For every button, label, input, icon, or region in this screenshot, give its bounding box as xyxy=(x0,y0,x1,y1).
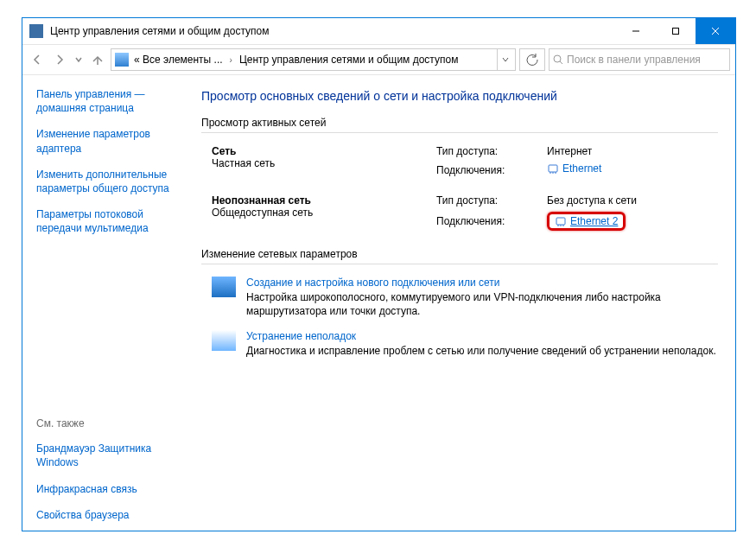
sidebar-link-infrared[interactable]: Инфракрасная связь xyxy=(36,482,187,496)
access-type-label: Тип доступа: xyxy=(436,145,540,157)
page-heading: Просмотр основных сведений о сети и наст… xyxy=(201,89,718,103)
task-link-new-connection[interactable]: Создание и настройка нового подключения … xyxy=(246,277,718,289)
ethernet-icon xyxy=(547,162,559,175)
text: передачи мультимедиа xyxy=(36,222,149,234)
connection-name: Ethernet 2 xyxy=(570,215,618,227)
breadcrumb-segment[interactable]: « Все элементы ... xyxy=(132,54,225,66)
minimize-button[interactable] xyxy=(616,18,656,44)
tasks: Создание и настройка нового подключения … xyxy=(201,277,718,359)
task-description: Настройка широкополосного, коммутируемог… xyxy=(246,290,718,318)
chevron-right-icon: › xyxy=(226,55,236,65)
connections-label: Подключения: xyxy=(436,215,540,227)
search-icon xyxy=(553,54,563,65)
access-type-value: Интернет xyxy=(547,145,718,157)
search-input[interactable]: Поиск в панели управления xyxy=(549,48,730,71)
window-title: Центр управления сетями и общим доступом xyxy=(50,25,616,37)
search-placeholder: Поиск в панели управления xyxy=(567,54,701,66)
close-button[interactable] xyxy=(696,18,735,44)
svg-line-6 xyxy=(560,61,562,64)
network-entry: Сеть Частная сеть Тип доступа: Интернет … xyxy=(212,145,718,177)
connection-name: Ethernet xyxy=(562,162,601,175)
sidebar-link-firewall[interactable]: Брандмауэр Защитника Windows xyxy=(36,442,187,469)
connections-label: Подключения: xyxy=(436,164,540,176)
titlebar: Центр управления сетями и общим доступом xyxy=(22,18,735,45)
network-type: Частная сеть xyxy=(212,157,436,169)
access-type-value: Без доступа к сети xyxy=(547,194,718,207)
sidebar-see-also-heading: См. также xyxy=(36,417,187,429)
divider xyxy=(201,264,718,264)
sidebar: Панель управления — домашняя страница Из… xyxy=(22,75,196,531)
active-networks-heading: Просмотр активных сетей xyxy=(201,117,718,129)
sidebar-link-browser-properties[interactable]: Свойства браузера xyxy=(36,508,187,522)
maximize-icon xyxy=(671,27,680,35)
sidebar-link-advanced-sharing[interactable]: Изменить дополнительные параметры общего… xyxy=(36,168,187,195)
sidebar-link-adapter-settings[interactable]: Изменение параметров адаптера xyxy=(36,127,187,155)
text: Изменить дополнительные xyxy=(36,169,167,181)
breadcrumb-segment[interactable]: Центр управления сетями и общим доступом xyxy=(238,54,461,66)
network-entry: Неопознанная сеть Общедоступная сеть Тип… xyxy=(212,194,718,231)
text: домашняя страница xyxy=(36,102,134,114)
task-new-connection: Создание и настройка нового подключения … xyxy=(212,277,718,318)
refresh-button[interactable] xyxy=(519,48,545,71)
breadcrumb-dropdown[interactable] xyxy=(497,49,513,70)
chevron-down-icon xyxy=(74,55,83,64)
network-settings-heading: Изменение сетевых параметров xyxy=(201,248,718,260)
task-link-troubleshoot[interactable]: Устранение неполадок xyxy=(246,330,718,342)
text: адаптера xyxy=(36,143,81,155)
minimize-icon xyxy=(632,27,640,35)
new-connection-icon xyxy=(212,277,236,297)
svg-rect-1 xyxy=(673,29,679,35)
text: Панель управления — xyxy=(36,88,145,100)
nav-history-button[interactable] xyxy=(73,50,85,69)
breadcrumb[interactable]: « Все элементы ... › Центр управления се… xyxy=(111,48,516,71)
arrow-up-icon xyxy=(91,53,105,67)
connection-link-ethernet[interactable]: Ethernet xyxy=(547,162,601,175)
body: Панель управления — домашняя страница Из… xyxy=(22,75,735,531)
nav-back-button[interactable] xyxy=(28,50,47,69)
refresh-icon xyxy=(526,54,538,66)
network-name: Неопознанная сеть xyxy=(212,194,436,207)
connection-link-ethernet2[interactable]: Ethernet 2 xyxy=(547,212,626,231)
svg-point-5 xyxy=(554,55,561,62)
arrow-right-icon xyxy=(53,53,67,67)
sidebar-link-home[interactable]: Панель управления — домашняя страница xyxy=(36,87,187,115)
text: параметры общего доступа xyxy=(36,182,169,194)
troubleshoot-icon xyxy=(212,330,236,351)
main-panel: Просмотр основных сведений о сети и наст… xyxy=(196,75,735,531)
window-controls xyxy=(616,18,735,44)
ethernet-icon xyxy=(555,215,567,227)
text: Windows xyxy=(36,456,79,468)
text: Изменение параметров xyxy=(36,128,150,140)
network-name: Сеть xyxy=(212,145,436,157)
app-icon xyxy=(29,24,43,38)
arrow-left-icon xyxy=(30,53,44,67)
chevron-down-icon xyxy=(501,55,510,64)
nav-row: « Все элементы ... › Центр управления се… xyxy=(22,45,735,75)
svg-rect-11 xyxy=(556,218,565,225)
sidebar-link-media-streaming[interactable]: Параметры потоковой передачи мультимедиа xyxy=(36,207,187,235)
task-troubleshoot: Устранение неполадок Диагностика и испра… xyxy=(212,330,718,358)
text: Брандмауэр Защитника xyxy=(36,442,151,455)
nav-forward-button[interactable] xyxy=(50,50,69,69)
control-panel-icon xyxy=(115,53,129,67)
maximize-button[interactable] xyxy=(656,18,696,44)
svg-rect-7 xyxy=(549,165,557,172)
close-icon xyxy=(711,27,720,35)
nav-up-button[interactable] xyxy=(88,50,107,69)
task-description: Диагностика и исправление проблем с сеть… xyxy=(246,344,718,358)
divider xyxy=(201,132,718,133)
text: Параметры потоковой xyxy=(36,208,143,220)
window: Центр управления сетями и общим доступом xyxy=(22,17,736,531)
access-type-label: Тип доступа: xyxy=(436,194,540,207)
network-type: Общедоступная сеть xyxy=(212,207,436,219)
